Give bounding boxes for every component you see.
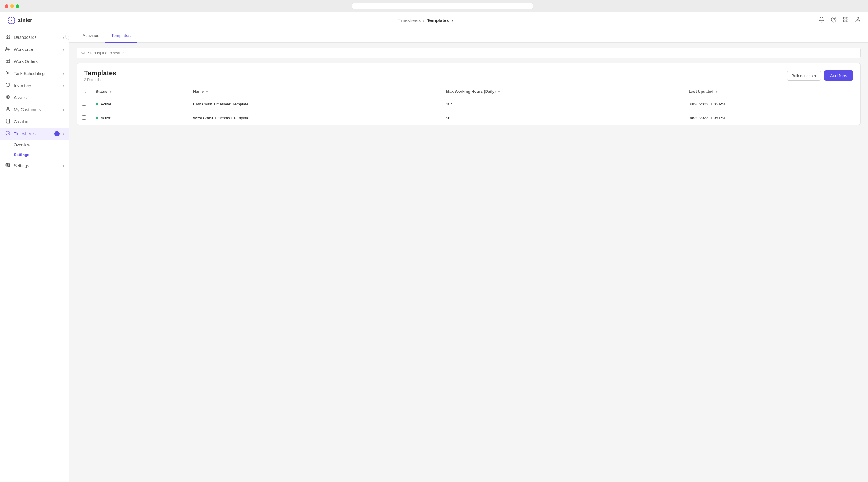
status-dot-1 [96, 117, 98, 119]
sidebar-sub-label-overview: Overview [14, 142, 30, 147]
row-max-hours-1: 9h [441, 111, 684, 125]
row-name-1[interactable]: West Coast Timesheet Template [188, 111, 441, 125]
th-max-hours: Max Working Hours (Daily) ▾ [441, 86, 684, 97]
sidebar-item-catalog[interactable]: Catalog [0, 116, 69, 128]
breadcrumb-separator: / [423, 18, 424, 23]
svg-point-26 [7, 164, 8, 166]
th-name: Name ▾ [188, 86, 441, 97]
task-scheduling-arrow: ▾ [63, 72, 64, 75]
sidebar-item-timesheets[interactable]: Timesheets 1 ▴ [0, 128, 69, 140]
tab-activities[interactable]: Activities [76, 29, 105, 43]
sidebar-label-settings: Settings [14, 163, 60, 168]
last-updated-filter-icon[interactable]: ▾ [716, 90, 717, 93]
add-new-button[interactable]: Add New [824, 70, 853, 81]
catalog-icon [5, 119, 11, 125]
svg-point-3 [11, 23, 12, 24]
svg-point-12 [857, 18, 859, 20]
table-body: Active East Coast Timesheet Template 10h… [77, 97, 861, 125]
sidebar-item-work-orders[interactable]: Work Orders [0, 56, 69, 67]
row-checkbox-1[interactable] [82, 116, 86, 120]
row-status-0: Active [91, 97, 188, 111]
row-name-0[interactable]: East Coast Timesheet Template [188, 97, 441, 111]
sidebar-label-catalog: Catalog [14, 119, 64, 124]
svg-rect-15 [6, 37, 7, 38]
sidebar-item-inventory[interactable]: Inventory ▾ [0, 79, 69, 92]
svg-point-17 [6, 47, 8, 49]
svg-point-27 [82, 51, 84, 54]
row-checkbox-cell [77, 97, 91, 111]
svg-rect-16 [8, 37, 10, 38]
sidebar-item-assets[interactable]: Assets [0, 92, 69, 104]
topnav-icons [818, 17, 861, 24]
sidebar-label-assets: Assets [14, 95, 64, 100]
dashboards-icon [5, 34, 11, 40]
svg-point-21 [7, 72, 8, 73]
maximize-dot [16, 4, 19, 8]
sidebar-item-my-customers[interactable]: My Customers ▾ [0, 104, 69, 116]
svg-point-2 [11, 17, 12, 19]
svg-rect-11 [846, 20, 848, 22]
help-icon[interactable] [831, 17, 837, 24]
panel-subtitle: 2 Records [84, 78, 116, 82]
search-icon [81, 50, 85, 56]
search-container [69, 43, 868, 63]
my-customers-icon [5, 107, 11, 113]
bell-icon[interactable] [818, 17, 825, 24]
search-input[interactable] [88, 51, 856, 55]
svg-point-4 [8, 20, 9, 21]
bulk-actions-arrow: ▾ [814, 73, 816, 78]
svg-rect-9 [846, 18, 848, 19]
svg-rect-18 [6, 59, 10, 63]
settings-icon [5, 163, 11, 169]
user-icon[interactable] [855, 17, 861, 24]
svg-rect-8 [844, 18, 845, 19]
th-last-updated: Last Updated ▾ [684, 86, 861, 97]
th-last-updated-label: Last Updated [689, 89, 713, 94]
row-status-1: Active [91, 111, 188, 125]
tab-templates[interactable]: Templates [105, 29, 136, 43]
dashboards-arrow: ▾ [63, 36, 64, 39]
table-row: Active West Coast Timesheet Template 9h … [77, 111, 861, 125]
sidebar-item-settings[interactable]: Settings ▾ [0, 160, 69, 172]
sidebar-sub-item-overview[interactable]: Overview [0, 140, 69, 150]
row-checkbox-0[interactable] [82, 101, 86, 106]
tab-activities-label: Activities [83, 33, 99, 38]
svg-point-24 [7, 107, 8, 109]
workforce-icon [5, 46, 11, 53]
table-row: Active East Coast Timesheet Template 10h… [77, 97, 861, 111]
table-header-row: Status ▾ Name ▾ Max Working Hours (Daily… [77, 86, 861, 97]
select-all-checkbox[interactable] [82, 89, 86, 93]
name-filter-icon[interactable]: ▾ [206, 90, 208, 93]
svg-point-5 [13, 20, 15, 21]
panel-title-group: Templates 2 Records [84, 69, 116, 82]
svg-point-23 [6, 96, 10, 99]
th-status: Status ▾ [91, 86, 188, 97]
sidebar-item-dashboards[interactable]: Dashboards ▾ [0, 31, 69, 43]
sidebar-item-task-scheduling[interactable]: Task Scheduling ▾ [0, 67, 69, 79]
sidebar-sub-item-settings[interactable]: Settings [0, 150, 69, 160]
sidebar-item-workforce[interactable]: Workforce ▾ [0, 43, 69, 56]
sidebar-label-timesheets: Timesheets [14, 131, 51, 136]
svg-rect-13 [6, 35, 7, 36]
task-scheduling-icon [5, 70, 11, 76]
max-hours-filter-icon[interactable]: ▾ [498, 90, 500, 93]
th-select-all [77, 86, 91, 97]
status-filter-icon[interactable]: ▾ [110, 90, 111, 93]
add-new-label: Add New [830, 73, 847, 78]
logo: zinier [7, 16, 32, 25]
th-name-label: Name [193, 89, 204, 94]
sidebar-sub-label-settings: Settings [14, 153, 29, 157]
sidebar-label-workforce: Workforce [14, 47, 60, 52]
address-bar[interactable] [352, 3, 533, 9]
svg-point-22 [7, 96, 8, 98]
assets-icon [5, 95, 11, 101]
breadcrumb-dropdown-icon[interactable]: ▾ [452, 19, 453, 23]
close-dot [5, 4, 8, 8]
sidebar-label-my-customers: My Customers [14, 107, 60, 112]
status-dot-0 [96, 103, 98, 105]
tabs-bar: Activities Templates [69, 29, 868, 43]
row-last-updated-0: 04/20/2023, 1:05 PM [684, 97, 861, 111]
grid-icon[interactable] [843, 17, 849, 24]
panel-header: Templates 2 Records Bulk actions ▾ Add N… [77, 63, 861, 86]
bulk-actions-button[interactable]: Bulk actions ▾ [787, 71, 821, 81]
